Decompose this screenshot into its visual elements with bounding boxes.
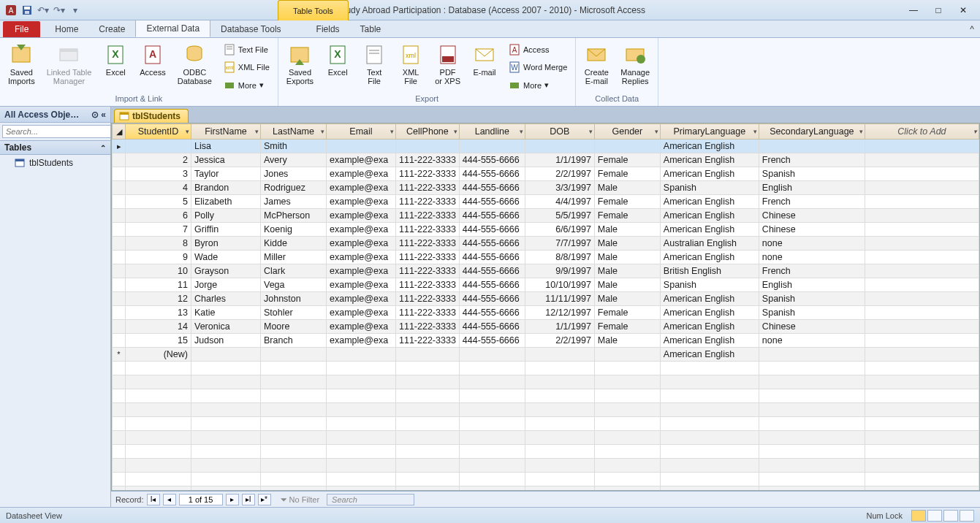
manage-replies-button[interactable]: Manage Replies	[617, 41, 653, 94]
import-text-file-button[interactable]: Text File	[220, 42, 273, 57]
export-email-button[interactable]: E-mail	[468, 41, 501, 94]
tab-create[interactable]: Create	[88, 21, 135, 37]
export-more-button[interactable]: More ▾	[505, 78, 571, 93]
svg-text:xml: xml	[225, 65, 233, 70]
quick-access-toolbar: A ↶▾ ↷▾ ▾	[0, 4, 86, 17]
tab-home[interactable]: Home	[45, 21, 88, 37]
svg-text:A: A	[512, 46, 517, 54]
import-access-button[interactable]: AAccess	[136, 41, 169, 94]
tab-external-data[interactable]: External Data	[135, 20, 210, 37]
svg-rect-22	[367, 46, 381, 64]
svg-text:W: W	[511, 64, 518, 72]
saved-exports-button[interactable]: Saved Exports	[283, 41, 317, 94]
undo-icon[interactable]: ↶▾	[37, 4, 50, 17]
tab-table[interactable]: Table	[350, 21, 392, 37]
svg-rect-7	[60, 49, 77, 52]
group-import-link: Import & Link	[4, 94, 273, 104]
export-excel-button[interactable]: XExcel	[322, 41, 354, 94]
svg-rect-3	[24, 7, 30, 9]
linked-table-manager-button[interactable]: Linked Table Manager	[43, 41, 96, 94]
export-text-button[interactable]: Text File	[358, 41, 390, 94]
minimize-button[interactable]: —	[904, 5, 923, 15]
group-collect-data: Collect Data	[580, 94, 653, 104]
svg-rect-18	[225, 83, 234, 88]
export-access-button[interactable]: AAccess	[505, 42, 571, 57]
svg-point-37	[637, 55, 645, 64]
access-app-icon: A	[4, 4, 18, 17]
window-title: Study Abroad Participation : Database (A…	[86, 5, 897, 15]
svg-rect-28	[442, 56, 454, 62]
save-icon[interactable]	[20, 4, 34, 17]
svg-rect-34	[510, 83, 519, 88]
svg-text:xml: xml	[406, 52, 416, 59]
qat-customize-icon[interactable]: ▾	[69, 4, 82, 17]
saved-imports-button[interactable]: Saved Imports	[4, 41, 39, 94]
group-export: Export	[283, 94, 571, 104]
maximize-button[interactable]: □	[929, 5, 948, 15]
export-xml-button[interactable]: xmlXML File	[395, 41, 427, 94]
ribbon-tabs: File Home Create External Data Database …	[0, 20, 980, 38]
tab-database-tools[interactable]: Database Tools	[210, 21, 292, 37]
svg-text:X: X	[113, 48, 120, 60]
tab-file[interactable]: File	[3, 21, 40, 37]
export-word-merge-button[interactable]: WWord Merge	[505, 60, 571, 75]
ribbon: Saved Imports Linked Table Manager XExce…	[0, 38, 980, 107]
svg-rect-13	[225, 45, 234, 55]
redo-icon[interactable]: ↷▾	[53, 4, 66, 17]
title-bar: A ↶▾ ↷▾ ▾ Table Tools Study Abroad Parti…	[0, 0, 980, 20]
close-button[interactable]: ✕	[954, 5, 973, 15]
import-more-button[interactable]: More ▾	[220, 78, 273, 93]
svg-text:A: A	[9, 7, 14, 15]
import-excel-button[interactable]: XExcel	[99, 41, 132, 94]
create-email-button[interactable]: Create E-mail	[580, 41, 612, 94]
odbc-database-button[interactable]: ODBC Database	[174, 41, 216, 94]
ribbon-help-icon[interactable]: ^	[964, 21, 980, 37]
tab-fields[interactable]: Fields	[306, 21, 350, 37]
svg-text:X: X	[334, 48, 341, 60]
svg-rect-4	[25, 11, 29, 14]
svg-text:A: A	[149, 48, 156, 60]
import-xml-file-button[interactable]: xmlXML File	[220, 60, 273, 75]
contextual-tab-header: Table Tools	[278, 0, 349, 20]
export-pdf-button[interactable]: PDF or XPS	[431, 41, 464, 94]
